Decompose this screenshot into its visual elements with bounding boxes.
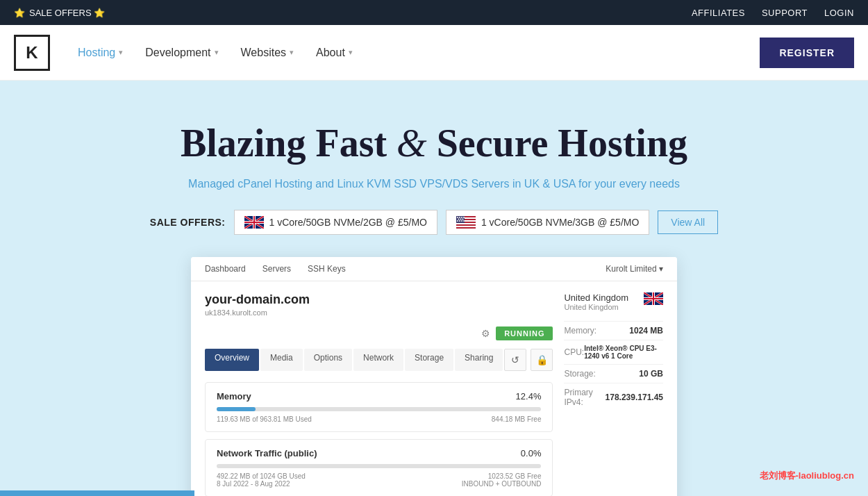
memory-progress-wrap [217,407,541,411]
about-label: About [316,47,345,59]
memory-details: 119.63 MB of 963.81 MB Used 844.18 MB Fr… [217,415,541,423]
tab-sharing[interactable]: Sharing [455,349,503,371]
nav-links: Hosting ▾ Development ▾ Websites ▾ About… [78,47,353,59]
title-part1: Blazing Fast [181,122,387,165]
top-bar: ⭐ SALE OFFERS ⭐ AFFILIATES SUPPORT LOGIN [0,0,868,25]
nav-about[interactable]: About ▾ [316,47,353,59]
account-label[interactable]: Kurolt Limited ▾ [606,264,663,274]
affiliates-link[interactable]: AFFILIATES [692,8,745,18]
svg-point-24 [461,220,462,222]
memory-metric: Memory 12.4% 119.63 MB of 963.81 MB Used… [205,382,553,432]
nav-websites[interactable]: Websites ▾ [241,47,294,59]
spec-storage-label: Storage: [564,369,595,379]
ampersand: & [397,122,437,165]
sale-bar: SALE OFFERS: 1 vCore/50GB NVMe/2GB @ £5/… [150,210,718,235]
network-used-col: 492.22 MB of 1024 GB Used 8 Jul 2022 - 8… [217,472,306,488]
svg-rect-12 [456,223,476,224]
running-badge: RUNNING [496,326,553,340]
tab-bar: Overview Media Options Network Storage S… [205,349,553,371]
spec-memory-label: Memory: [564,326,596,336]
logo-letter: K [26,43,37,63]
gear-icon[interactable]: ⚙ [481,328,490,339]
memory-progress-fill [217,407,256,411]
view-all-button[interactable]: View All [658,210,718,234]
logo[interactable]: K [14,35,50,71]
bottom-accent-strip [0,490,194,496]
tab-options[interactable]: Options [304,349,352,371]
tab-media[interactable]: Media [260,349,303,371]
chevron-down-icon: ▾ [215,48,219,57]
sale-star-icon: ⭐ [14,8,25,18]
offer-uk-text: 1 vCore/50GB NVMe/2GB @ £5/MO [269,217,427,228]
nav-development[interactable]: Development ▾ [145,47,218,59]
main-nav: K Hosting ▾ Development ▾ Websites ▾ Abo… [0,25,868,81]
restart-icon[interactable]: ↺ [504,349,526,371]
svg-point-17 [461,217,462,218]
register-button[interactable]: REGISTER [760,38,854,68]
memory-free: 844.18 MB Free [492,415,542,423]
top-nav-links: AFFILIATES SUPPORT LOGIN [692,8,854,18]
network-header: Network Traffic (public) 0.0% [217,448,541,458]
spec-ipv4-label: Primary IPv4: [564,388,605,407]
spec-memory-val: 1024 MB [629,326,663,336]
network-range: 8 Jul 2022 - 8 Aug 2022 [217,480,306,488]
server-detail-right: United Kingdom United Kingdom [564,292,663,496]
spec-cpu-val: Intel® Xeon® CPU E3-1240 v6 1 Core [584,345,663,360]
memory-label: Memory [217,391,251,402]
title-part2: Secure Hosting [437,122,687,165]
svg-rect-13 [456,226,476,227]
location-name: United Kingdom [564,292,628,303]
server-title: your-domain.com [205,292,553,307]
chevron-down-icon: ▾ [290,48,294,57]
location-info: United Kingdom United Kingdom [564,292,628,311]
support-link[interactable]: SUPPORT [762,8,808,18]
spec-ipv4: Primary IPv4: 178.239.171.45 [564,383,663,411]
spec-ipv4-val: 178.239.171.45 [606,392,663,402]
spec-cpu-label: CPU: [564,347,584,357]
tab-overview[interactable]: Overview [205,349,259,371]
dash-nav-dashboard[interactable]: Dashboard [205,264,246,274]
location-sub: United Kingdom [564,303,628,311]
network-free: 1023.52 GB Free [462,472,542,480]
sale-offers-label: ⭐ SALE OFFERS ⭐ [14,8,105,18]
uk-flag-right-icon [644,292,663,305]
hero-subtitle: Managed cPanel Hosting and Linux KVM SSD… [188,178,680,190]
websites-label: Websites [241,47,287,59]
network-details: 492.22 MB of 1024 GB Used 8 Jul 2022 - 8… [217,472,541,488]
hero-section: Blazing Fast & Secure Hosting Managed cP… [0,81,868,496]
nav-hosting[interactable]: Hosting ▾ [78,47,123,59]
network-direction: INBOUND + OUTBOUND [462,480,542,488]
uk-flag-icon [244,216,264,229]
memory-used: 119.63 MB of 963.81 MB Used [217,415,312,423]
dashboard-screenshot: Dashboard Servers SSH Keys Kurolt Limite… [191,257,677,496]
sale-bar-label: SALE OFFERS: [150,217,226,228]
tab-network[interactable]: Network [353,349,403,371]
network-percent: 0.0% [521,448,542,458]
server-detail-left: your-domain.com uk1834.kurolt.com ⚙ RUNN… [205,292,553,496]
spec-cpu: CPU: Intel® Xeon® CPU E3-1240 v6 1 Core [564,340,663,364]
tab-storage[interactable]: Storage [405,349,453,371]
offer-uk[interactable]: 1 vCore/50GB NVMe/2GB @ £5/MO [234,210,437,235]
svg-point-21 [462,218,463,220]
us-flag-icon [456,216,476,229]
network-used: 492.22 MB of 1024 GB Used [217,472,306,480]
dash-nav-sshkeys[interactable]: SSH Keys [308,264,346,274]
network-label: Network Traffic (public) [217,448,317,458]
dash-nav-servers[interactable]: Servers [262,264,291,274]
development-label: Development [145,47,210,59]
offer-us[interactable]: 1 vCore/50GB NVMe/3GB @ £5/MO [446,210,649,235]
svg-point-22 [457,220,458,222]
network-free-col: 1023.52 GB Free INBOUND + OUTBOUND [462,472,542,488]
spec-storage: Storage: 10 GB [564,364,663,383]
login-link[interactable]: LOGIN [824,8,854,18]
lock-icon[interactable]: 🔒 [531,349,553,371]
dashboard-body: your-domain.com uk1834.kurolt.com ⚙ RUNN… [191,281,677,496]
svg-point-18 [463,217,465,218]
dashboard-nav: Dashboard Servers SSH Keys Kurolt Limite… [191,257,677,281]
svg-rect-8 [253,216,255,229]
sale-text: SALE OFFERS ⭐ [29,8,105,18]
network-metric: Network Traffic (public) 0.0% 492.22 MB … [205,439,553,496]
svg-point-20 [460,218,461,220]
nav-left: K Hosting ▾ Development ▾ Websites ▾ Abo… [14,35,353,71]
hosting-label: Hosting [78,47,115,59]
